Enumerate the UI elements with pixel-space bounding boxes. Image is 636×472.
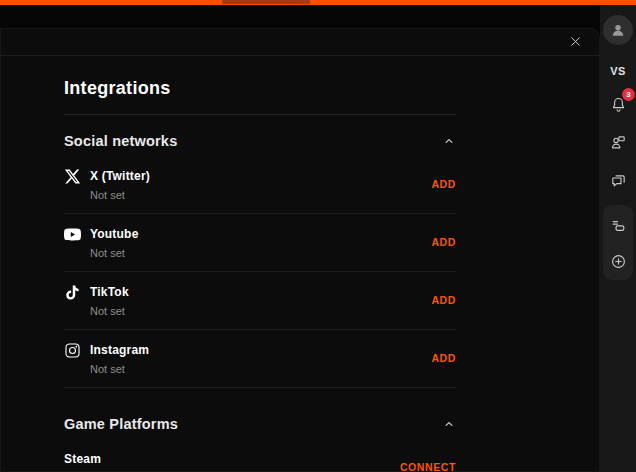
sections-container: Social networksX (Twitter)Not setADDYout… <box>64 133 456 472</box>
section-title: Social networks <box>64 133 177 149</box>
section-header: Social networks <box>64 133 456 149</box>
integration-info: YoutubeNot set <box>64 227 139 259</box>
section-title: Game Platforms <box>64 416 178 432</box>
integration-row: InstagramNot setADD <box>64 330 456 388</box>
integration-row: X (Twitter)Not setADD <box>64 156 456 214</box>
add-circle-icon <box>610 253 627 270</box>
close-button[interactable] <box>566 33 584 51</box>
top-accent-bar <box>0 0 636 5</box>
connect-button[interactable]: CONNECT <box>400 461 456 472</box>
modal-header <box>0 28 600 56</box>
topbar-progress-segment <box>222 0 310 4</box>
avatar[interactable] <box>603 15 633 45</box>
matchmaking-icon <box>610 217 627 234</box>
chevron-up-icon[interactable] <box>442 134 456 148</box>
add-button[interactable]: ADD <box>431 352 456 364</box>
tiktok-icon <box>64 284 81 301</box>
integration-name: Steam <box>64 452 135 466</box>
vs-button[interactable]: VS <box>610 65 626 77</box>
integration-row: SteamNot connectedCONNECT <box>64 439 456 472</box>
section-header: Game Platforms <box>64 416 456 432</box>
add-button[interactable]: ADD <box>431 236 456 248</box>
integration-name: TikTok <box>90 285 129 299</box>
friends-icon <box>610 134 627 151</box>
notification-badge: 3 <box>622 88 635 101</box>
chat-icon <box>610 172 627 189</box>
integration-name: Youtube <box>90 227 139 241</box>
title-divider <box>64 114 456 115</box>
modal-content: Integrations Social networksX (Twitter)N… <box>0 56 600 472</box>
integration-row: YoutubeNot setADD <box>64 214 456 272</box>
add-button[interactable]: ADD <box>431 178 456 190</box>
matchmaking-widget <box>603 205 633 280</box>
page-title: Integrations <box>64 78 456 99</box>
chevron-up-icon[interactable] <box>442 417 456 431</box>
integration-name: X (Twitter) <box>90 169 150 183</box>
integration-status: Not set <box>90 189 150 201</box>
integration-info: X (Twitter)Not set <box>64 169 150 201</box>
integrations-modal: Integrations Social networksX (Twitter)N… <box>0 28 600 472</box>
close-icon <box>569 35 582 48</box>
matchmaking-button[interactable] <box>607 214 629 236</box>
x-twitter-icon <box>64 168 81 185</box>
section-rows: SteamNot connectedCONNECT <box>64 439 456 472</box>
user-icon <box>609 21 627 39</box>
integration-info: TikTokNot set <box>64 285 129 317</box>
integration-info: SteamNot connected <box>64 452 135 472</box>
instagram-icon <box>64 342 81 359</box>
add-button[interactable]: ADD <box>431 294 456 306</box>
integration-name: Instagram <box>90 343 149 357</box>
notifications-button[interactable]: 3 <box>607 93 629 115</box>
integration-info: InstagramNot set <box>64 343 149 375</box>
integration-row: TikTokNot setADD <box>64 272 456 330</box>
chats-button[interactable] <box>607 169 629 191</box>
section-rows: X (Twitter)Not setADDYoutubeNot setADDTi… <box>64 156 456 388</box>
friends-button[interactable] <box>607 131 629 153</box>
integration-status: Not set <box>90 305 129 317</box>
youtube-icon <box>64 226 81 243</box>
right-rail: VS 3 <box>600 5 636 472</box>
integration-status: Not set <box>90 363 149 375</box>
create-button[interactable] <box>607 250 629 272</box>
integration-status: Not set <box>90 247 139 259</box>
